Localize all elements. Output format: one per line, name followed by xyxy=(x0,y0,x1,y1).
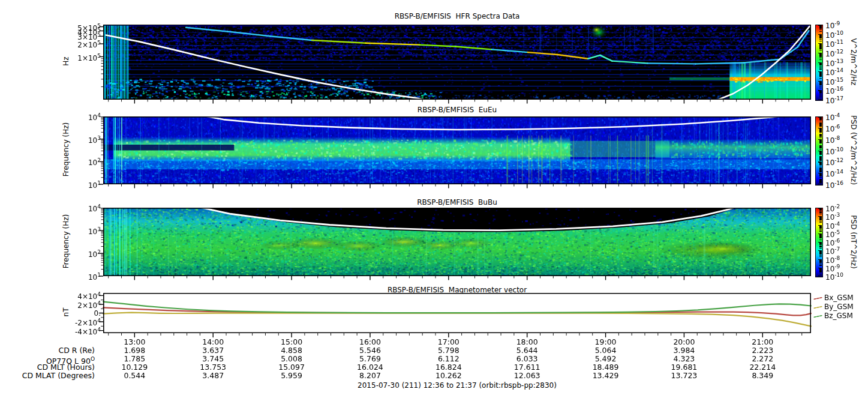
ephemeris-value: 10.262 xyxy=(422,372,476,380)
ephemeris-value: 1.785 xyxy=(107,355,161,363)
colorbar-minor-tick-mark xyxy=(819,231,822,231)
colorbar-minor-tick-mark xyxy=(819,76,822,77)
colorbar-minor-tick-mark xyxy=(819,211,822,212)
legend-label: By_GSM xyxy=(824,303,854,311)
ephemeris-value: 5.492 xyxy=(579,355,633,363)
colorbar-minor-tick-mark xyxy=(819,47,822,47)
colorbar-minor-tick-mark xyxy=(819,128,822,128)
figure-caption: 2015-07-30 (211) 12:36 to 21:37 (orbit:r… xyxy=(103,381,811,390)
magnetometer-line-canvas xyxy=(98,293,816,338)
colorbar-tick-label: 10-10 xyxy=(825,146,843,155)
colorbar-minor-tick-mark xyxy=(819,176,822,176)
colorbar-minor-tick-mark xyxy=(819,95,822,96)
colorbar-minor-tick-mark xyxy=(819,262,822,262)
ephemeris-value: 3.637 xyxy=(186,346,240,355)
legend-line-swatch xyxy=(813,297,822,300)
colorbar-minor-tick-mark xyxy=(819,85,822,85)
ephemeris-value: 16.024 xyxy=(343,363,397,372)
ephemeris-value: 17.611 xyxy=(500,363,554,372)
colorbar-minor-tick-mark xyxy=(819,145,822,146)
colorbar-minor-tick-mark xyxy=(819,134,822,134)
colorbar-tick-label: 10-4 xyxy=(825,112,840,121)
colorbar-minor-tick-mark xyxy=(819,151,822,151)
colorbar-minor-tick-mark xyxy=(819,271,822,271)
colorbar-minor-tick-mark xyxy=(819,72,822,73)
colorbar-tick-label: 10-10 xyxy=(825,29,843,39)
time-tick-label: 20:00 xyxy=(657,338,711,346)
colorbar-tick-label: 10-14 xyxy=(825,67,843,76)
ytick-label: 102 xyxy=(64,157,101,166)
time-tick-label: 19:00 xyxy=(579,338,633,346)
colorbar-minor-tick-mark xyxy=(819,91,822,91)
colorbar-minor-tick-mark xyxy=(819,31,822,32)
colorbar-unit-eueu: PSD (V^2/m^2/Hz) xyxy=(849,115,858,185)
colorbar-minor-tick-mark xyxy=(819,55,822,55)
colorbar-minor-tick-mark xyxy=(819,173,822,174)
colorbar-minor-tick-mark xyxy=(819,166,822,166)
ytick-label: 104 xyxy=(64,112,101,121)
colorbar-minor-tick-mark xyxy=(819,253,822,254)
ephemeris-value: 3.487 xyxy=(186,372,240,380)
ephemeris-value: 5.769 xyxy=(343,355,397,363)
colorbar-minor-tick-mark xyxy=(819,62,822,63)
panel-title-hfr: RBSP-B/EMFISIS HFR Spectra Data xyxy=(103,12,811,20)
colorbar-minor-tick-mark xyxy=(819,228,822,228)
colorbar-minor-tick-mark xyxy=(819,208,822,209)
colorbar-minor-tick-mark xyxy=(819,68,822,69)
colorbar-tick-label: 10-6 xyxy=(825,123,840,133)
ephemeris-row-label: CD R (Re) xyxy=(5,346,95,355)
colorbar-minor-tick-mark xyxy=(819,122,822,123)
ephemeris-value: 5.798 xyxy=(422,346,476,355)
time-tick-label: 21:00 xyxy=(735,338,789,346)
colorbar-minor-tick-mark xyxy=(819,171,822,172)
ephemeris-row-label: CD MLAT (Degrees) xyxy=(5,372,95,380)
panel-title-eueu: RBSP-B/EMFISIS EuEu xyxy=(103,106,811,114)
colorbar-minor-tick-mark xyxy=(819,254,822,255)
colorbar-minor-tick-mark xyxy=(819,149,822,149)
ytick-label: -4×104 xyxy=(64,326,101,336)
colorbar-minor-tick-mark xyxy=(819,167,822,168)
colorbar-unit-bubu: PSD (nT^2/Hz) xyxy=(849,215,858,268)
colorbar-minor-tick-mark xyxy=(819,83,822,83)
colorbar-minor-tick-mark xyxy=(819,221,822,222)
ytick-label: 104 xyxy=(64,203,101,213)
colorbar-minor-tick-mark xyxy=(819,137,822,138)
colorbar-tick-label: 10-16 xyxy=(825,179,843,189)
hfr-spectrogram-canvas xyxy=(98,25,816,104)
colorbar-minor-tick-mark xyxy=(819,256,822,257)
ephemeris-value: 3.984 xyxy=(657,346,711,355)
colorbar-minor-tick-mark xyxy=(819,160,822,160)
colorbar-minor-tick-mark xyxy=(819,219,822,220)
colorbar-minor-tick-mark xyxy=(819,25,822,26)
colorbar-minor-tick-mark xyxy=(819,246,822,246)
ephemeris-value: 22.214 xyxy=(735,363,789,372)
ephemeris-value: 13.753 xyxy=(186,363,240,372)
ephemeris-value: 4.858 xyxy=(265,346,319,355)
colorbar-minor-tick-mark xyxy=(819,44,822,44)
time-tick-label: 17:00 xyxy=(422,338,476,346)
colorbar-minor-tick-mark xyxy=(819,116,822,117)
colorbar-minor-tick-mark xyxy=(819,238,822,238)
colorbar-minor-tick-mark xyxy=(819,50,822,50)
colorbar-minor-tick-mark xyxy=(819,97,822,97)
colorbar-minor-tick-mark xyxy=(819,46,822,47)
colorbar-minor-tick-mark xyxy=(819,244,822,245)
colorbar-tick-mark xyxy=(818,99,822,100)
ephemeris-value: 0.544 xyxy=(107,372,161,380)
colorbar-minor-tick-mark xyxy=(819,38,822,38)
colorbar-minor-tick-mark xyxy=(819,170,822,171)
colorbar-minor-tick-mark xyxy=(819,83,822,84)
colorbar-minor-tick-mark xyxy=(819,229,822,230)
colorbar-minor-tick-mark xyxy=(819,182,822,182)
ytick-label: 101 xyxy=(64,271,101,281)
colorbar-tick-label: 10-14 xyxy=(825,168,843,178)
colorbar-minor-tick-mark xyxy=(819,246,822,247)
colorbar-minor-tick-mark xyxy=(819,268,822,268)
colorbar-minor-tick-mark xyxy=(819,217,822,217)
colorbar-minor-tick-mark xyxy=(819,237,822,237)
colorbar-minor-tick-mark xyxy=(819,59,822,60)
ephemeris-value: 2.223 xyxy=(735,346,789,355)
colorbar-minor-tick-mark xyxy=(819,26,822,27)
legend-label: Bz_GSM xyxy=(824,312,853,320)
colorbar-minor-tick-mark xyxy=(819,86,822,86)
